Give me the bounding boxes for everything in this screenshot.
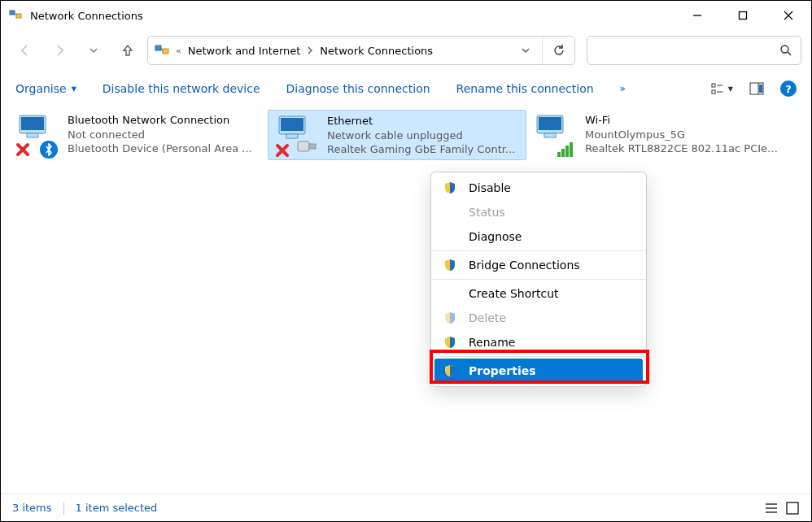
up-button[interactable] [113, 36, 142, 65]
svg-rect-18 [759, 85, 762, 93]
organise-menu[interactable]: Organise ▼ [15, 82, 76, 95]
bluetooth-connection-icon [14, 113, 61, 159]
svg-rect-1 [16, 14, 21, 18]
connection-status: MountOlympus_5G [585, 128, 780, 142]
diagnose-connection-command[interactable]: Diagnose this connection [286, 82, 430, 95]
status-bar: 3 items 1 item selected [1, 494, 811, 521]
svg-rect-34 [570, 142, 573, 157]
ctx-rename-label: Rename [469, 336, 515, 349]
ctx-delete-label: Delete [469, 311, 506, 324]
ctx-rename[interactable]: Rename [431, 330, 646, 355]
address-bar[interactable]: « Network and Internet Network Connectio… [147, 36, 575, 65]
bluetooth-badge-icon [40, 141, 58, 159]
shield-icon [443, 181, 457, 195]
command-overflow-button[interactable]: » [620, 83, 626, 94]
connection-name: Wi-Fi [585, 113, 780, 128]
minimize-button[interactable] [674, 1, 720, 30]
svg-rect-30 [544, 133, 556, 137]
back-button[interactable] [11, 36, 40, 65]
ctx-bridge[interactable]: Bridge Connections [431, 253, 646, 277]
svg-rect-29 [539, 117, 561, 130]
svg-rect-4 [740, 12, 747, 20]
search-icon[interactable] [779, 44, 792, 57]
svg-rect-12 [712, 84, 715, 87]
ctx-shortcut-label: Create Shortcut [469, 287, 559, 300]
shield-icon [443, 335, 457, 350]
connection-status: Network cable unplugged [327, 128, 515, 143]
large-icons-view-button[interactable] [785, 501, 800, 515]
breadcrumb-current[interactable]: Network Connections [320, 45, 433, 57]
svg-rect-26 [298, 141, 309, 151]
ctx-diagnose[interactable]: Diagnose [431, 224, 646, 249]
wifi-connection-icon [531, 113, 578, 159]
svg-rect-27 [309, 144, 316, 149]
breadcrumb-parent-label: Network and Internet [188, 45, 301, 57]
organise-label: Organise [15, 82, 67, 95]
rename-connection-label: Rename this connection [456, 82, 594, 95]
ctx-properties[interactable]: Properties [434, 359, 643, 383]
svg-rect-7 [155, 46, 161, 50]
rename-connection-command[interactable]: Rename this connection [456, 82, 594, 95]
details-view-button[interactable] [764, 501, 779, 515]
menu-separator [431, 279, 646, 280]
disable-device-label: Disable this network device [103, 82, 260, 95]
connection-device: Realtek Gaming GbE Family Contr... [327, 142, 515, 156]
svg-rect-38 [787, 502, 798, 514]
connection-item-ethernet[interactable]: Ethernet Network cable unplugged Realtek… [268, 110, 526, 160]
close-button[interactable] [766, 1, 811, 30]
refresh-button[interactable] [542, 37, 574, 64]
breadcrumb-prefix-icon: « [176, 46, 181, 56]
svg-point-10 [781, 46, 788, 53]
navigation-row: « Network and Internet Network Connectio… [1, 30, 811, 71]
context-menu: Disable Status Diagnose Bridge Connectio… [430, 172, 647, 387]
maximize-button[interactable] [720, 1, 766, 30]
svg-line-11 [788, 52, 791, 55]
ctx-diagnose-label: Diagnose [469, 230, 522, 243]
shield-icon [443, 311, 457, 325]
ethernet-connection-icon [273, 114, 321, 159]
selection-count: 1 item selected [76, 502, 158, 514]
disable-device-command[interactable]: Disable this network device [103, 82, 260, 95]
help-button[interactable]: ? [780, 80, 797, 97]
status-divider [63, 502, 64, 515]
forward-button[interactable] [45, 36, 74, 65]
ctx-status-label: Status [469, 206, 505, 219]
ctx-delete: Delete [431, 306, 646, 330]
address-history-button[interactable] [509, 37, 542, 64]
svg-rect-31 [557, 152, 561, 157]
svg-rect-32 [561, 149, 565, 157]
connections-list: Bluetooth Network Connection Not connect… [1, 107, 811, 163]
dropdown-arrow-icon: ▼ [72, 85, 76, 93]
svg-rect-33 [565, 146, 569, 157]
connection-name: Bluetooth Network Connection [68, 113, 252, 128]
ctx-disable-label: Disable [469, 181, 511, 194]
connection-status: Not connected [68, 128, 252, 142]
ctx-disable[interactable]: Disable [431, 176, 646, 200]
shield-icon [443, 258, 457, 272]
ctx-bridge-label: Bridge Connections [469, 259, 580, 272]
svg-rect-8 [163, 49, 168, 54]
menu-separator [431, 250, 646, 251]
svg-rect-20 [21, 117, 44, 130]
search-input[interactable] [596, 45, 779, 57]
search-box[interactable] [587, 36, 801, 65]
recent-locations-button[interactable] [79, 36, 108, 65]
network-connections-icon [9, 9, 22, 22]
connection-device: Realtek RTL8822CE 802.11ac PCIe ... [585, 141, 780, 156]
connection-item-bluetooth[interactable]: Bluetooth Network Connection Not connect… [9, 110, 268, 160]
dropdown-arrow-icon: ▼ [728, 85, 733, 93]
ctx-shortcut[interactable]: Create Shortcut [431, 281, 646, 306]
breadcrumb-parent[interactable]: Network and Internet [188, 45, 301, 57]
svg-rect-0 [10, 11, 15, 15]
preview-pane-button[interactable] [749, 81, 764, 96]
title-bar: Network Connections [1, 1, 811, 30]
view-options-button[interactable]: ▼ [710, 81, 733, 96]
shield-icon [443, 363, 457, 378]
window-title: Network Connections [30, 10, 143, 22]
svg-rect-14 [712, 90, 715, 94]
item-count: 3 items [12, 502, 52, 514]
svg-rect-21 [27, 133, 38, 137]
chevron-right-icon[interactable] [307, 46, 313, 54]
command-bar: Organise ▼ Disable this network device D… [1, 71, 811, 107]
connection-item-wifi[interactable]: Wi-Fi MountOlympus_5G Realtek RTL8822CE … [526, 110, 785, 160]
